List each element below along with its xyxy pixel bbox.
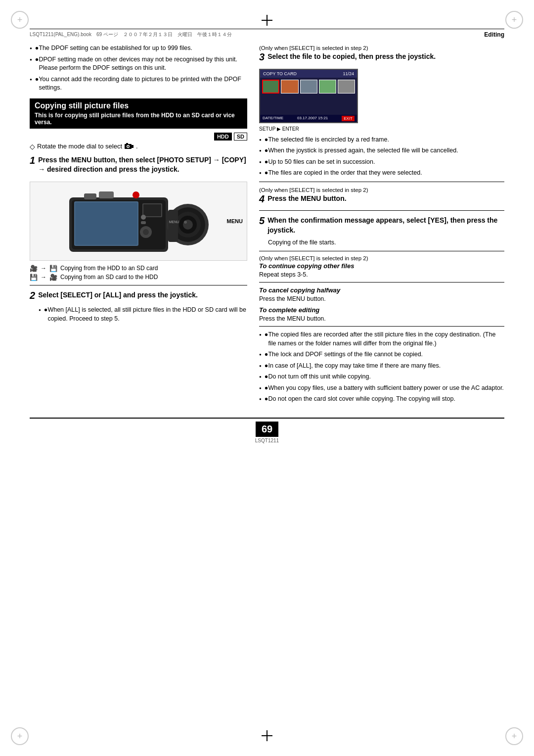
step-5-heading: When the confirmation message appears, s…	[267, 216, 504, 235]
step-2-number: 2	[30, 290, 35, 302]
bullet-text: Do not open the card slot cover while co…	[268, 395, 455, 404]
step-4: (Only when [SELECT] is selected in step …	[259, 187, 504, 206]
divider-4	[259, 251, 504, 251]
bullet-item: ● You cannot add the recording date to p…	[30, 75, 247, 93]
svg-rect-8	[75, 202, 137, 245]
bullet-item: ● The lock and DPOF settings of the file…	[259, 350, 504, 359]
screen-page: 11/24	[343, 71, 354, 76]
step-3-heading: Select the file to be copied, then press…	[267, 52, 504, 62]
bullet-text: The files are copied in the order that t…	[268, 169, 422, 178]
bullet-item: ● When the joystick is pressed again, th…	[259, 146, 504, 155]
svg-text:MENU: MENU	[169, 220, 179, 224]
svg-rect-4	[132, 145, 134, 148]
svg-rect-22	[99, 191, 114, 198]
copy-directions: 🎥 → 💾 Copying from the HDD to an SD card…	[30, 265, 247, 281]
bullet-text: You cannot add the recording date to pic…	[39, 75, 247, 93]
bullet-text: Up to 50 files can be set in succession.	[268, 158, 375, 167]
mode-badges: HDD SD	[30, 133, 247, 141]
hdd-icon2: 🎥	[49, 274, 57, 281]
section-box: Copying still picture files This is for …	[30, 98, 247, 129]
screen-thumbnail: COPY TO CARD 11/24 DATE/TIME 03.17.2007 …	[259, 69, 358, 123]
bullet-item: ● The copied files are recorded after th…	[259, 331, 504, 348]
bullet-text: When you copy files, use a battery with …	[268, 384, 503, 393]
step-4-heading: Press the MENU button.	[267, 194, 504, 204]
top-reg-mark	[262, 15, 272, 26]
bullet-item: ● Up to 50 files can be set in successio…	[259, 158, 504, 167]
bullet-item: ● The DPOF setting can be established fo…	[30, 44, 247, 53]
bullet-item: ● In case of [ALL], the copy may take ti…	[259, 362, 504, 371]
camera-image: MENU MENU	[30, 182, 247, 261]
bullet-text: The DPOF setting can be established for …	[39, 44, 192, 53]
complete-text: Press the MENU button.	[259, 315, 504, 322]
menu-label: MENU	[227, 218, 243, 224]
model-number: LSQT1211	[255, 438, 279, 443]
screen-setup: SETUP ▶ ENTER	[259, 126, 299, 132]
diamond-icon: ◇	[30, 142, 35, 150]
divider-3	[259, 210, 504, 211]
rotate-line: ◇ Rotate the mode dial to select .	[30, 142, 247, 150]
screen-bottom-bar: DATE/TIME 03.17.2007 15:21 EXIT	[260, 115, 357, 122]
copy-dir-sd-to-hdd: 💾 → 🎥 Copying from an SD card to the HDD	[30, 274, 247, 281]
step-2: 2 Select [SELECT] or [ALL] and press the…	[30, 290, 247, 324]
svg-rect-21	[84, 193, 96, 199]
step-1-heading: Press the MENU button, then select [PHOT…	[38, 155, 247, 175]
hdd-icon: 🎥	[30, 265, 38, 272]
thumb-images	[260, 78, 357, 95]
bullet-item: ● When you copy files, use a battery wit…	[259, 384, 504, 393]
sd-icon2: 💾	[30, 274, 38, 281]
content-area: ● The DPOF setting can be established fo…	[30, 40, 504, 408]
divider-2	[259, 182, 504, 182]
bottom-bullet-list: ● The copied files are recorded after th…	[259, 331, 504, 404]
bullet-item: ● The files are copied in the order that…	[259, 169, 504, 178]
screen-date-label: DATE/TIME	[263, 116, 283, 121]
page-number: 69	[256, 422, 278, 437]
header-meta: LSQT1211(PAL_ENG).book 69 ページ ２００７年２月１３日…	[30, 31, 504, 38]
copy-dir-hdd-label: Copying from the HDD to an SD card	[60, 265, 158, 272]
step-2-bullet: ● When [ALL] is selected, all still pict…	[39, 306, 247, 323]
thumb-img-3	[300, 80, 317, 94]
bullet-item: ● Do not turn off this unit while copyin…	[259, 373, 504, 381]
bullet-text: When the joystick is pressed again, the …	[268, 146, 458, 155]
bullet-text: The copied files are recorded after the …	[268, 331, 504, 348]
divider-1	[30, 285, 247, 285]
thumb-img-1	[262, 80, 279, 94]
complete-heading: To complete editing	[259, 306, 504, 314]
top-bullet-list: ● The DPOF setting can be established fo…	[30, 44, 247, 93]
mode-icon	[124, 142, 134, 150]
bullet-text: DPOF setting made on other devices may n…	[39, 55, 247, 73]
section-title: Copying still picture files	[35, 101, 242, 110]
svg-point-16	[184, 221, 187, 224]
footer-bar: 69 LSQT1211	[30, 418, 504, 443]
svg-point-18	[141, 215, 146, 220]
cancel-heading: To cancel copying halfway	[259, 286, 504, 294]
screen-date-val: 03.17.2007 15:21	[297, 116, 328, 121]
sd-badge: SD	[234, 133, 247, 141]
step-2-bullet-text: When [ALL] is selected, all still pictur…	[47, 306, 247, 323]
step-3-number: 3	[259, 52, 265, 64]
bottom-reg-mark	[262, 730, 272, 741]
footer-center: 69 LSQT1211	[255, 422, 279, 443]
screen-controls: SETUP ▶ ENTER	[259, 126, 504, 132]
continue-note: (Only when [SELECT] is selected in step …	[259, 255, 504, 261]
step-2-bullets: ● When [ALL] is selected, all still pict…	[39, 306, 247, 323]
step-4-number: 4	[259, 194, 265, 206]
section-desc: This is for copying still picture files …	[35, 112, 242, 126]
step-3-bullets: ● The selected file is encircled by a re…	[259, 136, 504, 178]
corner-mark-bl	[11, 727, 29, 745]
svg-rect-19	[168, 210, 178, 242]
screen-title-bar: COPY TO CARD 11/24	[260, 70, 357, 78]
bullet-text: In case of [ALL], the copy may take time…	[268, 362, 441, 371]
step-4-note: (Only when [SELECT] is selected in step …	[259, 187, 504, 193]
divider-5	[259, 282, 504, 283]
svg-rect-1	[126, 143, 128, 144]
copy-starts-text: Copying of the file starts.	[268, 239, 504, 246]
header-meta-text: LSQT1211(PAL_ENG).book 69 ページ ２００７年２月１３日…	[30, 31, 232, 38]
bullet-text: The selected file is encircled by a red …	[268, 136, 389, 144]
step-3: (Only when [SELECT] is selected in step …	[259, 45, 504, 64]
step-5: 5 When the confirmation message appears,…	[259, 216, 504, 246]
bullet-text: Do not turn off this unit while copying.	[268, 373, 371, 381]
svg-point-3	[128, 145, 129, 147]
left-column: ● The DPOF setting can be established fo…	[30, 40, 247, 408]
right-column: (Only when [SELECT] is selected in step …	[259, 40, 504, 408]
svg-point-25	[143, 229, 149, 235]
